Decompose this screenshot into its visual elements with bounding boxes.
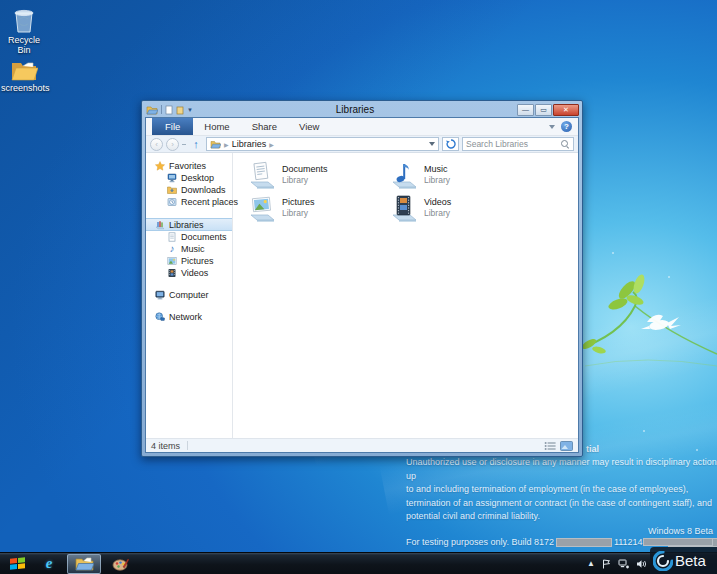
network-tray-icon[interactable]	[618, 559, 629, 569]
confidential-watermark-fragment: tial	[586, 444, 599, 454]
sidebar-item-recent-places[interactable]: Recent places	[146, 196, 232, 208]
videos-library-icon	[387, 193, 419, 223]
navigation-pane: Favorites Desktop	[146, 153, 233, 438]
sidebar-item-music[interactable]: ♪ Music	[146, 243, 232, 255]
status-bar: 4 items	[146, 438, 578, 452]
watermark-line: Unauthorized use or disclosure in any ma…	[406, 456, 717, 483]
sidebar-section-network[interactable]: Network	[146, 311, 232, 323]
address-input[interactable]: ▶ Libraries ▶	[206, 137, 439, 151]
refresh-button[interactable]	[442, 137, 459, 151]
library-tile-pictures[interactable]: Pictures Library	[245, 191, 387, 224]
computer-icon	[155, 290, 165, 300]
tile-name: Pictures	[282, 197, 315, 208]
minimize-button[interactable]: —	[517, 104, 534, 116]
forward-button[interactable]: ›	[166, 138, 179, 151]
thumbnail-view-icon[interactable]	[560, 441, 573, 451]
details-view-icon[interactable]	[544, 441, 556, 451]
watermark-line: termination of an assignment or contract…	[406, 497, 717, 511]
sidebar-section-favorites[interactable]: Favorites	[146, 160, 232, 172]
taskbar-browser-button[interactable]: e	[34, 553, 64, 574]
sparkle	[643, 430, 645, 432]
qat-separator	[161, 105, 162, 114]
explorer-system-icon[interactable]	[146, 105, 158, 115]
video-icon	[167, 268, 177, 278]
downloads-folder-icon	[167, 185, 177, 195]
picture-icon	[167, 256, 177, 266]
section-label: Libraries	[169, 220, 204, 230]
sidebar-section-libraries[interactable]: Libraries	[146, 218, 232, 231]
recent-places-icon	[167, 197, 177, 207]
item-label: Downloads	[181, 185, 226, 195]
taskbar-paint-button[interactable]	[104, 553, 136, 574]
music-library-icon	[387, 160, 419, 190]
breadcrumb-arrow-icon[interactable]: ▶	[269, 141, 274, 148]
ribbon-collapse-icon[interactable]	[549, 125, 555, 129]
pcbeta-logo-icon	[653, 551, 673, 571]
window-client-area: File Home Share View ? ‹ › ↑	[145, 117, 579, 453]
network-icon	[155, 312, 165, 322]
section-label: Network	[169, 312, 202, 322]
recycle-bin-icon	[11, 6, 37, 34]
tile-subtitle: Library	[282, 208, 315, 218]
address-dropdown-icon[interactable]	[429, 142, 435, 146]
sidebar-section-computer[interactable]: Computer	[146, 289, 232, 301]
tab-view[interactable]: View	[288, 118, 330, 135]
desktop-icon-recycle-bin[interactable]: Recycle Bin	[1, 6, 47, 55]
start-button[interactable]	[0, 553, 34, 574]
up-button[interactable]: ↑	[189, 138, 203, 151]
section-label: Favorites	[169, 161, 206, 171]
back-button[interactable]: ‹	[150, 138, 163, 151]
close-button[interactable]: ✕	[553, 104, 579, 116]
volume-icon[interactable]	[636, 559, 647, 569]
item-label: Pictures	[181, 256, 214, 266]
internet-explorer-icon: e	[46, 555, 53, 572]
redaction-box	[556, 538, 612, 547]
help-icon[interactable]: ?	[561, 121, 572, 132]
sidebar-item-documents[interactable]: Documents	[146, 231, 232, 243]
refresh-icon	[446, 139, 456, 149]
sidebar-item-videos[interactable]: Videos	[146, 267, 232, 279]
sidebar-item-downloads[interactable]: Downloads	[146, 184, 232, 196]
pictures-library-icon	[245, 193, 277, 223]
recent-pages-icon[interactable]	[182, 144, 186, 145]
taskbar: e ▲	[0, 552, 717, 574]
ribbon-tab-bar: File Home Share View ?	[146, 118, 578, 136]
desktop-icon-label: screenshots	[1, 83, 47, 93]
taskbar-explorer-button[interactable]	[67, 554, 101, 574]
tray-chevron-icon[interactable]: ▲	[587, 559, 595, 568]
qat-new-folder-icon[interactable]	[176, 105, 184, 115]
sidebar-item-desktop[interactable]: Desktop	[146, 172, 232, 184]
search-input[interactable]: Search Libraries	[462, 137, 574, 151]
address-bar: ‹ › ↑ ▶ Libraries ▶	[146, 136, 578, 153]
tile-name: Videos	[424, 197, 451, 208]
library-tile-documents[interactable]: Documents Library	[245, 158, 387, 191]
tab-file[interactable]: File	[152, 118, 193, 135]
watermark-line: to and including termination of employme…	[406, 483, 717, 497]
confidential-watermark-paragraph: Unauthorized use or disclosure in any ma…	[406, 456, 717, 524]
action-center-flag-icon[interactable]	[602, 559, 611, 569]
music-note-icon: ♪	[167, 244, 177, 254]
breadcrumb[interactable]: Libraries	[232, 139, 267, 149]
tab-share[interactable]: Share	[241, 118, 288, 135]
library-tile-music[interactable]: Music Library	[387, 158, 529, 191]
explorer-window: ▼ Libraries — ▭ ✕ File Home Share View ?	[141, 100, 583, 457]
sidebar-item-pictures[interactable]: Pictures	[146, 255, 232, 267]
section-label: Computer	[169, 290, 209, 300]
paint-palette-icon	[112, 557, 129, 571]
tile-subtitle: Library	[282, 175, 328, 185]
status-separator	[187, 441, 188, 450]
maximize-button[interactable]: ▭	[535, 104, 552, 116]
tab-home[interactable]: Home	[193, 118, 240, 135]
desktop-icon-label: Recycle Bin	[1, 35, 47, 55]
documents-library-icon	[245, 160, 277, 190]
tile-subtitle: Library	[424, 175, 450, 185]
desktop-icon-screenshots[interactable]: screenshots	[1, 58, 47, 93]
qat-properties-icon[interactable]	[165, 105, 173, 115]
search-icon[interactable]	[561, 140, 570, 149]
item-count: 4 items	[151, 441, 180, 451]
watermark-line: potential civil and criminal liability.	[406, 510, 717, 524]
tile-name: Documents	[282, 164, 328, 175]
library-tile-videos[interactable]: Videos Library	[387, 191, 529, 224]
quick-access-toolbar: ▼	[146, 105, 193, 115]
title-bar[interactable]: ▼ Libraries — ▭ ✕	[142, 101, 582, 117]
